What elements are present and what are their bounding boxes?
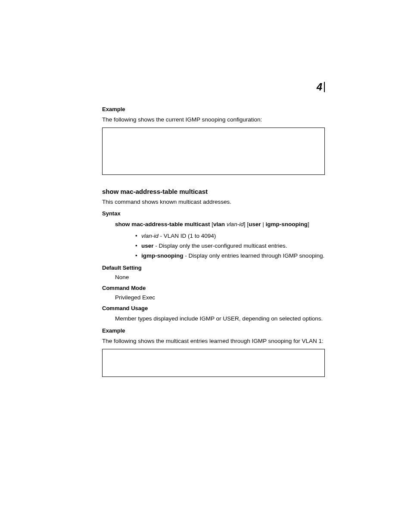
command-mode-value: Privileged Exec (102, 294, 325, 301)
syntax-bracket: ] [ (244, 221, 249, 227)
section-intro: This command shows known multicast addre… (102, 198, 325, 206)
command-usage-value: Member types displayed include IGMP or U… (102, 314, 325, 323)
syntax-bracket: ] (308, 221, 309, 227)
example1-heading: Example (102, 106, 325, 112)
example2-code-box (102, 349, 325, 377)
example1-code-box (102, 128, 325, 175)
bullet-term: user (141, 243, 154, 249)
chapter-number: 4 (317, 82, 325, 92)
syntax-vlan-keyword: vlan (213, 221, 225, 227)
section-title: show mac-address-table multicast (102, 188, 325, 195)
bullet-term: vlan-id (141, 233, 159, 239)
default-value: None (102, 274, 325, 280)
example2-intro: The following shows the multicast entrie… (102, 337, 325, 345)
syntax-vlan-id: vlan-id (227, 221, 244, 227)
syntax-cmd: show mac-address-table multicast (115, 221, 210, 227)
bullet-desc: - Display only entries learned through I… (183, 252, 324, 259)
list-item: user - Display only the user-configured … (135, 242, 325, 251)
list-item: vlan-id - VLAN ID (1 to 4094) (135, 232, 325, 241)
syntax-pipe: | (261, 221, 265, 227)
example2-heading: Example (102, 327, 325, 334)
bullet-term: igmp-snooping (141, 252, 183, 259)
example1-intro: The following shows the current IGMP sno… (102, 115, 325, 124)
syntax-bracket: [ (210, 221, 214, 227)
bullet-desc: - VLAN ID (1 to 4094) (159, 233, 216, 239)
syntax-bullet-list: vlan-id - VLAN ID (1 to 4094) user - Dis… (135, 232, 325, 261)
syntax-user-keyword: user (249, 221, 261, 227)
bullet-desc: - Display only the user-configured multi… (154, 243, 287, 249)
list-item: igmp-snooping - Display only entries lea… (135, 252, 325, 261)
command-mode-heading: Command Mode (102, 285, 325, 291)
syntax-line: show mac-address-table multicast [vlan v… (115, 220, 325, 229)
syntax-igmp-keyword: igmp-snooping (265, 221, 307, 227)
default-heading: Default Setting (102, 264, 325, 271)
page-content: Example The following shows the current … (102, 82, 325, 377)
command-usage-heading: Command Usage (102, 305, 325, 311)
syntax-heading: Syntax (102, 210, 325, 217)
